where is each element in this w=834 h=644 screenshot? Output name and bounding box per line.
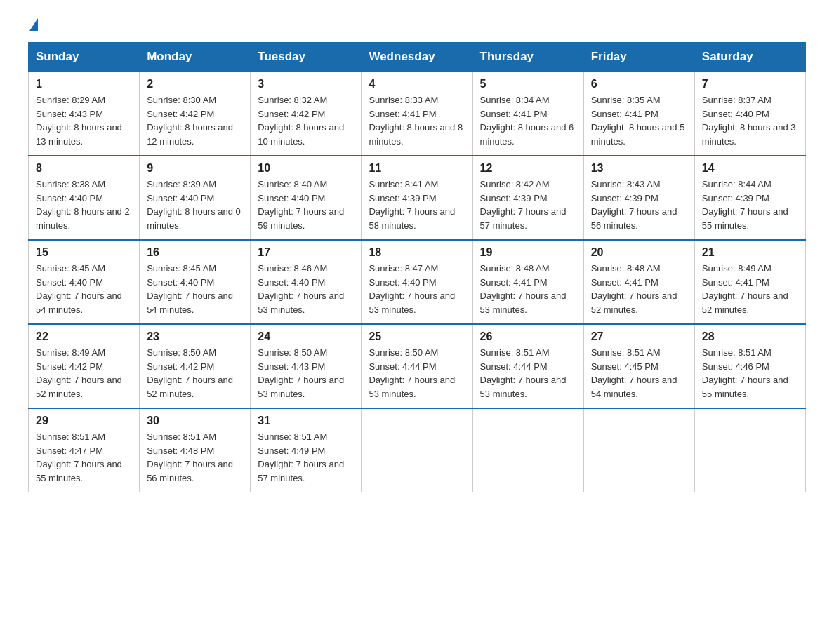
day-info: Sunrise: 8:46 AMSunset: 4:40 PMDaylight:… (258, 263, 344, 315)
col-friday: Friday (583, 43, 694, 72)
calendar-day-cell: 17 Sunrise: 8:46 AMSunset: 4:40 PMDaylig… (251, 240, 362, 324)
day-info: Sunrise: 8:50 AMSunset: 4:42 PMDaylight:… (147, 347, 233, 399)
day-info: Sunrise: 8:43 AMSunset: 4:39 PMDaylight:… (591, 179, 677, 231)
day-info: Sunrise: 8:50 AMSunset: 4:44 PMDaylight:… (369, 347, 455, 399)
calendar-day-cell: 5 Sunrise: 8:34 AMSunset: 4:41 PMDayligh… (472, 72, 583, 156)
logo-triangle-icon (29, 18, 38, 31)
calendar-week-row: 15 Sunrise: 8:45 AMSunset: 4:40 PMDaylig… (29, 240, 806, 324)
day-info: Sunrise: 8:33 AMSunset: 4:41 PMDaylight:… (369, 95, 463, 147)
calendar-day-cell: 2 Sunrise: 8:30 AMSunset: 4:42 PMDayligh… (140, 72, 251, 156)
day-info: Sunrise: 8:34 AMSunset: 4:41 PMDaylight:… (480, 95, 574, 147)
calendar-day-cell: 7 Sunrise: 8:37 AMSunset: 4:40 PMDayligh… (694, 72, 805, 156)
day-info: Sunrise: 8:51 AMSunset: 4:45 PMDaylight:… (591, 347, 677, 399)
day-info: Sunrise: 8:51 AMSunset: 4:44 PMDaylight:… (480, 347, 567, 399)
calendar-week-row: 22 Sunrise: 8:49 AMSunset: 4:42 PMDaylig… (29, 324, 806, 408)
day-number: 10 (258, 162, 354, 175)
day-number: 12 (480, 162, 576, 175)
day-number: 15 (36, 246, 132, 259)
calendar-day-cell: 14 Sunrise: 8:44 AMSunset: 4:39 PMDaylig… (694, 156, 805, 240)
day-number: 19 (480, 246, 576, 259)
col-tuesday: Tuesday (251, 43, 362, 72)
day-info: Sunrise: 8:40 AMSunset: 4:40 PMDaylight:… (258, 179, 344, 231)
calendar-day-cell: 19 Sunrise: 8:48 AMSunset: 4:41 PMDaylig… (472, 240, 583, 324)
days-of-week-row: Sunday Monday Tuesday Wednesday Thursday… (29, 43, 806, 72)
calendar-day-cell: 24 Sunrise: 8:50 AMSunset: 4:43 PMDaylig… (251, 324, 362, 408)
calendar-week-row: 29 Sunrise: 8:51 AMSunset: 4:47 PMDaylig… (29, 408, 806, 492)
day-info: Sunrise: 8:38 AMSunset: 4:40 PMDaylight:… (36, 179, 130, 231)
day-number: 13 (591, 162, 687, 175)
day-number: 18 (369, 246, 465, 259)
calendar-day-cell: 12 Sunrise: 8:42 AMSunset: 4:39 PMDaylig… (472, 156, 583, 240)
day-info: Sunrise: 8:51 AMSunset: 4:46 PMDaylight:… (702, 347, 788, 399)
day-info: Sunrise: 8:37 AMSunset: 4:40 PMDaylight:… (702, 95, 796, 147)
day-info: Sunrise: 8:51 AMSunset: 4:49 PMDaylight:… (258, 431, 344, 483)
day-info: Sunrise: 8:42 AMSunset: 4:39 PMDaylight:… (480, 179, 567, 231)
calendar-table: Sunday Monday Tuesday Wednesday Thursday… (28, 42, 806, 492)
calendar-day-cell: 4 Sunrise: 8:33 AMSunset: 4:41 PMDayligh… (362, 72, 472, 156)
calendar-day-cell (694, 408, 805, 492)
logo (28, 21, 38, 28)
day-info: Sunrise: 8:45 AMSunset: 4:40 PMDaylight:… (147, 263, 233, 315)
calendar-day-cell: 13 Sunrise: 8:43 AMSunset: 4:39 PMDaylig… (583, 156, 694, 240)
day-info: Sunrise: 8:48 AMSunset: 4:41 PMDaylight:… (591, 263, 677, 315)
day-number: 17 (258, 246, 354, 259)
calendar-day-cell: 27 Sunrise: 8:51 AMSunset: 4:45 PMDaylig… (583, 324, 694, 408)
col-thursday: Thursday (472, 43, 583, 72)
calendar-week-row: 1 Sunrise: 8:29 AMSunset: 4:43 PMDayligh… (29, 72, 806, 156)
col-monday: Monday (140, 43, 251, 72)
calendar-day-cell: 18 Sunrise: 8:47 AMSunset: 4:40 PMDaylig… (362, 240, 472, 324)
calendar-day-cell: 1 Sunrise: 8:29 AMSunset: 4:43 PMDayligh… (29, 72, 140, 156)
day-info: Sunrise: 8:49 AMSunset: 4:42 PMDaylight:… (36, 347, 122, 399)
day-number: 24 (258, 330, 354, 343)
calendar-week-row: 8 Sunrise: 8:38 AMSunset: 4:40 PMDayligh… (29, 156, 806, 240)
day-info: Sunrise: 8:39 AMSunset: 4:40 PMDaylight:… (147, 179, 241, 231)
day-info: Sunrise: 8:48 AMSunset: 4:41 PMDaylight:… (480, 263, 567, 315)
day-number: 11 (369, 162, 465, 175)
day-number: 4 (369, 78, 465, 90)
day-info: Sunrise: 8:47 AMSunset: 4:40 PMDaylight:… (369, 263, 455, 315)
calendar-day-cell: 8 Sunrise: 8:38 AMSunset: 4:40 PMDayligh… (29, 156, 140, 240)
day-info: Sunrise: 8:32 AMSunset: 4:42 PMDaylight:… (258, 95, 344, 147)
day-info: Sunrise: 8:41 AMSunset: 4:39 PMDaylight:… (369, 179, 455, 231)
day-number: 26 (480, 330, 576, 343)
calendar-day-cell: 28 Sunrise: 8:51 AMSunset: 4:46 PMDaylig… (694, 324, 805, 408)
day-number: 22 (36, 330, 132, 343)
day-number: 2 (147, 78, 243, 90)
calendar-day-cell: 15 Sunrise: 8:45 AMSunset: 4:40 PMDaylig… (29, 240, 140, 324)
calendar-day-cell: 21 Sunrise: 8:49 AMSunset: 4:41 PMDaylig… (694, 240, 805, 324)
day-info: Sunrise: 8:29 AMSunset: 4:43 PMDaylight:… (36, 95, 122, 147)
calendar-day-cell: 22 Sunrise: 8:49 AMSunset: 4:42 PMDaylig… (29, 324, 140, 408)
day-number: 7 (702, 78, 798, 90)
day-number: 31 (258, 415, 354, 427)
day-number: 9 (147, 162, 243, 175)
calendar-body: 1 Sunrise: 8:29 AMSunset: 4:43 PMDayligh… (29, 72, 806, 492)
day-number: 25 (369, 330, 465, 343)
day-number: 27 (591, 330, 687, 343)
calendar-day-cell (362, 408, 472, 492)
day-info: Sunrise: 8:51 AMSunset: 4:48 PMDaylight:… (147, 431, 233, 483)
calendar-day-cell (472, 408, 583, 492)
calendar-header: Sunday Monday Tuesday Wednesday Thursday… (29, 43, 806, 72)
day-number: 28 (702, 330, 798, 343)
day-number: 30 (147, 415, 243, 427)
day-number: 8 (36, 162, 132, 175)
calendar-day-cell: 23 Sunrise: 8:50 AMSunset: 4:42 PMDaylig… (140, 324, 251, 408)
col-wednesday: Wednesday (362, 43, 472, 72)
day-number: 1 (36, 78, 132, 90)
calendar-day-cell: 3 Sunrise: 8:32 AMSunset: 4:42 PMDayligh… (251, 72, 362, 156)
calendar-day-cell: 30 Sunrise: 8:51 AMSunset: 4:48 PMDaylig… (140, 408, 251, 492)
day-info: Sunrise: 8:49 AMSunset: 4:41 PMDaylight:… (702, 263, 788, 315)
calendar-day-cell: 25 Sunrise: 8:50 AMSunset: 4:44 PMDaylig… (362, 324, 472, 408)
calendar-day-cell: 9 Sunrise: 8:39 AMSunset: 4:40 PMDayligh… (140, 156, 251, 240)
day-number: 23 (147, 330, 243, 343)
calendar-day-cell (583, 408, 694, 492)
page-header (28, 21, 806, 28)
day-info: Sunrise: 8:45 AMSunset: 4:40 PMDaylight:… (36, 263, 122, 315)
day-number: 16 (147, 246, 243, 259)
day-number: 29 (36, 415, 132, 427)
col-sunday: Sunday (29, 43, 140, 72)
day-number: 21 (702, 246, 798, 259)
day-info: Sunrise: 8:50 AMSunset: 4:43 PMDaylight:… (258, 347, 344, 399)
calendar-day-cell: 20 Sunrise: 8:48 AMSunset: 4:41 PMDaylig… (583, 240, 694, 324)
calendar-day-cell: 29 Sunrise: 8:51 AMSunset: 4:47 PMDaylig… (29, 408, 140, 492)
